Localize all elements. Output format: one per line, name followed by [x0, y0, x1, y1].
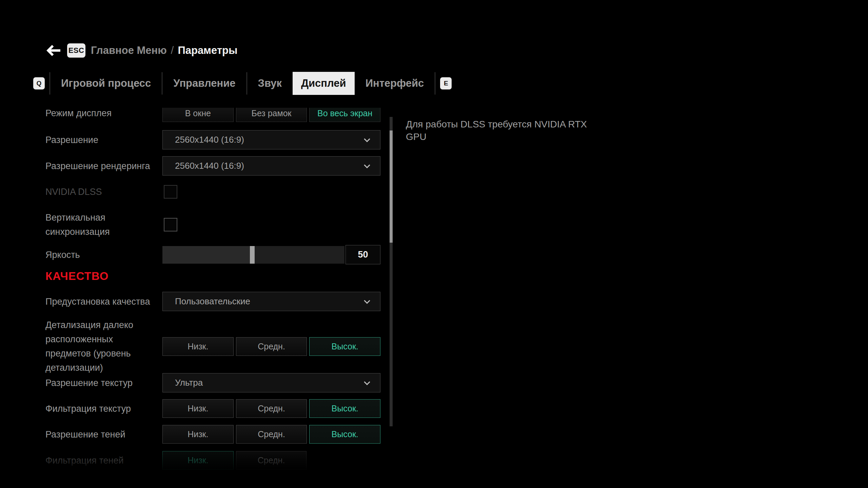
display-mode-borderless-button[interactable]: Без рамок: [236, 108, 307, 122]
chevron-down-icon: [364, 136, 370, 142]
render-resolution-dropdown[interactable]: 868x488 (16:9): [162, 156, 380, 176]
dropdown-value: 868x488 (16:9): [163, 161, 244, 171]
back-arrow-icon[interactable]: [46, 45, 62, 56]
lod-medium-button[interactable]: Средн.: [236, 337, 307, 356]
section-title: КАЧЕСТВО: [45, 270, 109, 283]
display-mode-windowed-button[interactable]: В окне: [162, 108, 234, 122]
setting-row-texture-filtering: Фильтрация текстур Низк. Средн. Высок.: [45, 399, 380, 418]
setting-label: Фильтрация текстур: [45, 402, 151, 416]
setting-label: Фильтрация теней: [45, 453, 151, 468]
dropdown-value: Ультра: [163, 378, 203, 388]
setting-row-quality-preset: Предустановка качества Пользовательские: [45, 292, 380, 311]
lod-low-button[interactable]: Низк.: [162, 337, 234, 356]
setting-label: Разрешение рендеринга: [45, 159, 151, 173]
setting-row-vsync: Вертикальная синхронизация: [45, 210, 380, 239]
page-title: Параметры: [178, 44, 237, 57]
setting-row-brightness: Яркость 50: [45, 245, 380, 264]
scrollbar-thumb[interactable]: [390, 130, 393, 243]
brightness-value: 50: [346, 245, 380, 264]
setting-label: Предустановка качества: [45, 294, 151, 309]
settings-tabbar: Q Игровой процесс Управление Звук Диспле…: [28, 72, 456, 95]
shadow-resolution-high-button[interactable]: Высок.: [309, 425, 380, 444]
tab-interface[interactable]: Интерфейс: [355, 72, 435, 95]
shadow-resolution-medium-button[interactable]: Средн.: [236, 425, 307, 444]
nvidia-dlss-checkbox: [164, 185, 177, 199]
setting-label: NVIDIA DLSS: [45, 185, 151, 199]
setting-row-display-mode: Режим дисплея В окне Без рамок Во весь э…: [45, 108, 380, 122]
brightness-slider-thumb[interactable]: [250, 246, 255, 264]
chevron-down-icon: [364, 298, 370, 304]
texture-filtering-low-button[interactable]: Низк.: [162, 399, 234, 418]
setting-label: Разрешение: [45, 133, 151, 147]
breadcrumb-separator: /: [171, 44, 174, 57]
setting-row-nvidia-dlss: NVIDIA DLSS: [45, 185, 380, 199]
dropdown-value: 868x488 (16:9): [163, 135, 244, 145]
setting-row-shadow-filtering: Фильтрация теней Низк. Средн.: [45, 451, 380, 470]
setting-row-resolution: Разрешение 868x488 (16:9): [45, 130, 380, 149]
shadow-resolution-low-button[interactable]: Низк.: [162, 425, 234, 444]
settings-scroll-area: Режим дисплея В окне Без рамок Во весь э…: [0, 108, 402, 475]
chevron-down-icon: [364, 379, 370, 385]
slider-fill: [162, 246, 250, 264]
prev-tab-key-badge[interactable]: Q: [33, 77, 45, 89]
setting-row-shadow-resolution: Разрешение теней Низк. Средн. Высок.: [45, 425, 380, 444]
quality-preset-dropdown[interactable]: Пользовательские: [162, 292, 380, 311]
setting-description-text: Для работы DLSS требуется NVIDIA RTX GPU: [406, 118, 596, 143]
vsync-checkbox[interactable]: [164, 218, 177, 231]
texture-filtering-high-button[interactable]: Высок.: [309, 399, 380, 418]
setting-label: Разрешение текстур: [45, 376, 151, 390]
texture-filtering-medium-button[interactable]: Средн.: [236, 399, 307, 418]
setting-label: Детализация далеко расположенных предмет…: [45, 318, 151, 375]
tab-gameplay[interactable]: Игровой процесс: [50, 72, 162, 95]
setting-row-render-resolution: Разрешение рендеринга 868x488 (16:9): [45, 156, 380, 176]
setting-label: Режим дисплея: [45, 108, 151, 120]
shadow-filtering-low-button[interactable]: Низк.: [162, 451, 234, 470]
display-mode-fullscreen-button[interactable]: Во весь экран: [309, 108, 380, 122]
lod-high-button[interactable]: Высок.: [309, 337, 380, 356]
scrollbar-track[interactable]: [390, 117, 393, 426]
esc-key-badge[interactable]: ESC: [67, 43, 85, 58]
shadow-filtering-medium-button[interactable]: Средн.: [236, 451, 307, 470]
setting-label: Разрешение теней: [45, 427, 151, 442]
tab-sound[interactable]: Звук: [247, 72, 293, 95]
dropdown-value: Пользовательские: [163, 296, 250, 307]
setting-row-texture-resolution: Разрешение текстур Ультра: [45, 373, 380, 392]
section-header-quality: КАЧЕСТВО: [45, 270, 380, 283]
breadcrumb-parent[interactable]: Главное Меню: [91, 44, 167, 57]
tab-display[interactable]: Дисплей: [293, 72, 355, 95]
chevron-down-icon: [364, 162, 370, 168]
texture-resolution-dropdown[interactable]: Ультра: [162, 373, 380, 392]
setting-label: Яркость: [45, 248, 151, 262]
next-tab-key-badge[interactable]: E: [440, 77, 452, 89]
setting-row-lod: Детализация далеко расположенных предмет…: [45, 318, 380, 375]
brightness-slider[interactable]: [162, 246, 344, 264]
tab-controls[interactable]: Управление: [162, 72, 246, 95]
setting-label: Вертикальная синхронизация: [45, 210, 151, 239]
breadcrumb: ESC Главное Меню / Параметры: [46, 43, 237, 58]
resolution-dropdown[interactable]: 868x488 (16:9): [162, 130, 380, 149]
tab-divider: [435, 72, 435, 95]
